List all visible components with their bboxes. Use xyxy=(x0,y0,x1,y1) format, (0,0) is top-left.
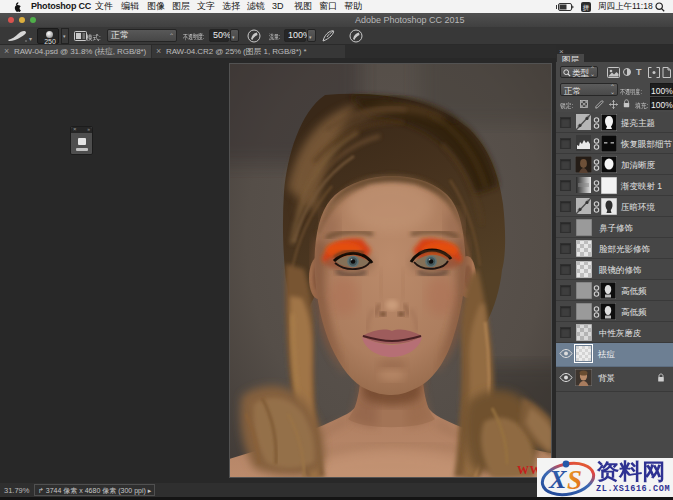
svg-text:S: S xyxy=(567,465,582,495)
svg-text:X: X xyxy=(548,465,567,494)
svg-text:拼: 拼 xyxy=(583,4,590,11)
